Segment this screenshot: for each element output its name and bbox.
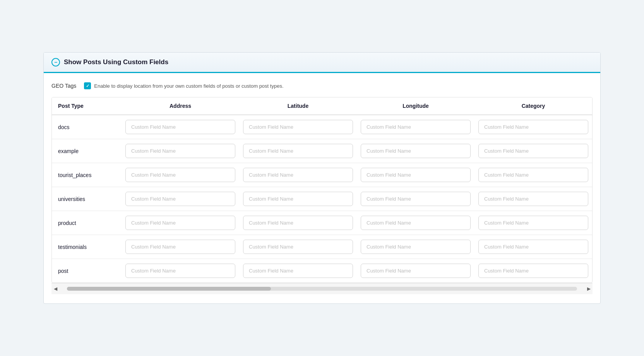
table-row: universities: [52, 187, 592, 211]
latitude-cell: [239, 163, 357, 187]
category-cell: [474, 211, 592, 235]
scrollbar-track[interactable]: [67, 287, 577, 291]
table-row: docs: [52, 115, 592, 139]
category-cell: [474, 187, 592, 211]
horizontal-scrollbar[interactable]: ◀ ▶: [51, 283, 593, 294]
longitude-cell: [357, 115, 474, 139]
table-row: example: [52, 139, 592, 163]
longitude-input[interactable]: [361, 240, 471, 254]
geo-tags-checkbox-wrapper[interactable]: Enable to display location from your own…: [84, 82, 283, 89]
category-input[interactable]: [478, 120, 588, 134]
latitude-cell: [239, 259, 357, 283]
longitude-cell: [357, 163, 474, 187]
category-input[interactable]: [478, 192, 588, 206]
latitude-cell: [239, 211, 357, 235]
post-type-cell: universities: [52, 189, 122, 209]
category-input[interactable]: [478, 216, 588, 230]
longitude-cell: [357, 235, 474, 259]
category-cell: [474, 235, 592, 259]
address-input[interactable]: [125, 192, 235, 206]
latitude-input[interactable]: [243, 264, 353, 278]
scroll-right-arrow[interactable]: ▶: [585, 285, 593, 293]
address-cell: [122, 115, 239, 139]
custom-fields-table: Post Type Address Latitude Longitude Cat…: [51, 97, 593, 283]
category-cell: [474, 139, 592, 163]
category-cell: [474, 115, 592, 139]
longitude-cell: [357, 211, 474, 235]
latitude-cell: [239, 235, 357, 259]
address-cell: [122, 187, 239, 211]
longitude-cell: [357, 259, 474, 283]
longitude-cell: [357, 187, 474, 211]
category-input[interactable]: [478, 240, 588, 254]
address-cell: [122, 211, 239, 235]
post-type-cell: docs: [52, 117, 122, 137]
longitude-input[interactable]: [361, 264, 471, 278]
address-cell: [122, 139, 239, 163]
address-input[interactable]: [125, 168, 235, 182]
longitude-input[interactable]: [361, 192, 471, 206]
longitude-input[interactable]: [361, 120, 471, 134]
post-type-cell: example: [52, 141, 122, 161]
address-cell: [122, 259, 239, 283]
post-type-cell: tourist_places: [52, 165, 122, 185]
geo-tags-label: GEO Tags: [51, 83, 76, 89]
table-row: product: [52, 211, 592, 235]
header-address: Address: [122, 97, 239, 114]
latitude-input[interactable]: [243, 144, 353, 158]
panel-title: Show Posts Using Custom Fields: [64, 58, 168, 66]
geo-tags-checkbox[interactable]: [84, 82, 91, 89]
main-panel: − Show Posts Using Custom Fields GEO Tag…: [43, 52, 601, 304]
latitude-input[interactable]: [243, 240, 353, 254]
post-type-cell: product: [52, 213, 122, 233]
address-input[interactable]: [125, 216, 235, 230]
scrollbar-thumb[interactable]: [67, 287, 271, 291]
latitude-input[interactable]: [243, 168, 353, 182]
panel-body: GEO Tags Enable to display location from…: [44, 73, 600, 303]
address-input[interactable]: [125, 120, 235, 134]
panel-header: − Show Posts Using Custom Fields: [44, 53, 600, 73]
scroll-left-arrow[interactable]: ◀: [51, 285, 59, 293]
header-post-type: Post Type: [52, 97, 122, 114]
geo-tags-row: GEO Tags Enable to display location from…: [51, 82, 593, 89]
longitude-input[interactable]: [361, 168, 471, 182]
category-input[interactable]: [478, 264, 588, 278]
post-type-cell: post: [52, 261, 122, 281]
category-input[interactable]: [478, 168, 588, 182]
longitude-input[interactable]: [361, 216, 471, 230]
table-row: testimonials: [52, 235, 592, 259]
address-cell: [122, 163, 239, 187]
address-cell: [122, 235, 239, 259]
table-row: post: [52, 259, 592, 283]
table-row: tourist_places: [52, 163, 592, 187]
header-longitude: Longitude: [357, 97, 474, 114]
latitude-input[interactable]: [243, 120, 353, 134]
table-header: Post Type Address Latitude Longitude Cat…: [52, 97, 592, 115]
latitude-input[interactable]: [243, 216, 353, 230]
address-input[interactable]: [125, 144, 235, 158]
category-input[interactable]: [478, 144, 588, 158]
category-cell: [474, 163, 592, 187]
category-cell: [474, 259, 592, 283]
latitude-cell: [239, 139, 357, 163]
header-category: Category: [474, 97, 592, 114]
address-input[interactable]: [125, 240, 235, 254]
table-body: docsexampletourist_placesuniversitiespro…: [52, 115, 592, 283]
address-input[interactable]: [125, 264, 235, 278]
longitude-cell: [357, 139, 474, 163]
header-latitude: Latitude: [239, 97, 357, 114]
latitude-cell: [239, 187, 357, 211]
longitude-input[interactable]: [361, 144, 471, 158]
collapse-icon[interactable]: −: [51, 58, 60, 66]
latitude-input[interactable]: [243, 192, 353, 206]
latitude-cell: [239, 115, 357, 139]
geo-tags-description: Enable to display location from your own…: [94, 83, 283, 89]
post-type-cell: testimonials: [52, 237, 122, 257]
